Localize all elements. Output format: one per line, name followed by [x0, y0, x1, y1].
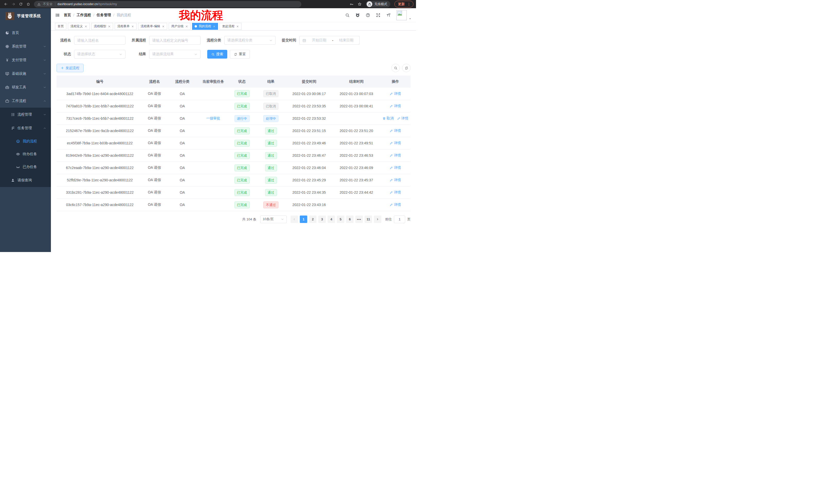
breadcrumb-task-mgmt[interactable]: 任务管理 — [97, 13, 111, 18]
table-row: 2152467e-7b9b-11ec-9a1b-acde48001122OA 请… — [57, 124, 411, 137]
tab-close-icon[interactable] — [85, 25, 87, 28]
result-badge: 通过 — [265, 164, 277, 171]
sidebar-item-done-tasks[interactable]: 已办任务 — [0, 161, 51, 173]
submit-time-range-picker[interactable]: 开始日期 - 结束日期 — [299, 36, 360, 45]
page-size-select[interactable]: 10条/页 — [260, 216, 287, 223]
browser-menu-dots-icon[interactable] — [407, 2, 411, 6]
tab-process-form-edit[interactable]: 流程表单-编辑 — [138, 23, 167, 30]
sidebar-fold-icon[interactable] — [55, 13, 60, 18]
tab-home[interactable]: 首页 — [55, 23, 66, 30]
github-icon[interactable] — [355, 13, 360, 18]
status-select-placeholder: 请选择状态 — [77, 52, 119, 57]
process-name-input[interactable] — [77, 38, 122, 43]
tab-process-definition[interactable]: 流程定义 — [68, 23, 90, 30]
bookmark-star-icon[interactable] — [358, 2, 362, 6]
submit-time-cell: 2022-01-22 23:43:16 — [286, 199, 333, 211]
page-button-5[interactable]: 5 — [337, 216, 344, 223]
toggle-search-button[interactable] — [391, 64, 400, 72]
detail-action-link[interactable]: 详情 — [390, 141, 401, 145]
tab-close-icon[interactable] — [213, 25, 215, 28]
font-size-icon[interactable] — [386, 13, 391, 18]
detail-action-link[interactable]: 详情 — [390, 202, 401, 207]
tab-close-icon[interactable] — [108, 25, 110, 28]
cancel-action-link[interactable]: 取消 — [383, 116, 394, 121]
goto-page-input[interactable] — [394, 216, 405, 223]
end-time-cell: 2022-01-22 23:49:51 — [333, 137, 380, 149]
app-logo-row[interactable]: 芋道管理系统 — [0, 8, 51, 20]
edit-icon — [390, 92, 393, 95]
sidebar-item-devtools[interactable]: 研发工具 — [0, 80, 51, 94]
result-select[interactable]: 请选择流结果 — [149, 50, 201, 59]
parent-process-input[interactable] — [152, 38, 198, 43]
browser-forward-icon[interactable] — [10, 1, 17, 7]
sidebar-item-payment[interactable]: 支付管理 — [0, 53, 51, 67]
address-divider — [55, 2, 55, 6]
tab-process-form[interactable]: 流程表单 — [115, 23, 136, 30]
sidebar-item-my-process[interactable]: 我的流程 — [0, 135, 51, 148]
sidebar-item-task-mgmt[interactable]: 任务管理 — [0, 121, 51, 135]
page-button-3[interactable]: 3 — [318, 216, 326, 223]
sidebar-item-todo-tasks[interactable]: 待办任务 — [0, 148, 51, 161]
start-process-button[interactable]: 发起流程 — [57, 64, 83, 72]
tab-close-icon[interactable] — [131, 25, 134, 28]
close-icon — [108, 25, 110, 28]
help-icon[interactable] — [366, 13, 370, 18]
browser-reload-icon[interactable] — [18, 1, 24, 7]
address-bar[interactable]: 不安全 dashboard.yudao.iocoder.cn/bpm/task/… — [34, 1, 301, 7]
breadcrumb-workflow[interactable]: 工作流程 — [77, 13, 91, 18]
reset-button[interactable]: 重置 — [230, 50, 250, 59]
process-name-cell: OA 请假 — [143, 149, 165, 162]
sidebar-item-infra[interactable]: 基础设施 — [0, 67, 51, 80]
search-button[interactable]: 搜索 — [207, 50, 227, 59]
refresh-table-button[interactable] — [402, 64, 411, 72]
prev-page-button[interactable] — [290, 216, 298, 223]
sidebar-item-process-mgmt[interactable]: 流程管理 — [0, 108, 51, 121]
browser-home-icon[interactable] — [25, 1, 31, 7]
avatar[interactable] — [396, 10, 407, 20]
tab-start-process[interactable]: 发起流程 — [219, 23, 241, 30]
detail-action-link[interactable]: 详情 — [390, 190, 401, 195]
tab-user-group[interactable]: 用户分组 — [169, 23, 190, 30]
header-search-icon[interactable] — [345, 13, 350, 18]
column-header: 流程名 — [143, 76, 165, 88]
tab-close-icon[interactable] — [236, 25, 239, 28]
sidebar-item-label: 首页 — [12, 31, 19, 35]
detail-action-link[interactable]: 详情 — [390, 178, 401, 183]
result-cell: 已取消 — [256, 88, 285, 100]
browser-update-button[interactable]: 更新 — [394, 1, 413, 7]
tab-close-icon[interactable] — [185, 25, 188, 28]
sidebar-item-system[interactable]: 系统管理 — [0, 39, 51, 53]
goto-label: 前往 — [385, 217, 392, 222]
detail-action-link[interactable]: 详情 — [397, 116, 408, 121]
page-button-4[interactable]: 4 — [328, 216, 335, 223]
submit-time-cell: 2022-01-22 23:46:47 — [286, 149, 333, 162]
page-button-2[interactable]: 2 — [309, 216, 316, 223]
tab-my-process[interactable]: 我的流程 — [192, 23, 218, 30]
next-page-button[interactable] — [374, 216, 381, 223]
end-time-cell: 2022-01-23 00:07:03 — [333, 88, 380, 100]
category-select[interactable]: 请选择流程分类 — [224, 36, 276, 45]
detail-action-link[interactable]: 详情 — [390, 129, 401, 133]
browser-back-icon[interactable] — [3, 1, 9, 7]
detail-action-link[interactable]: 详情 — [390, 104, 401, 108]
more-pages-button[interactable]: ••• — [355, 216, 363, 223]
sidebar-item-workflow[interactable]: 工作流程 — [0, 94, 51, 108]
actions-cell: 详情 — [380, 186, 411, 199]
page-button-6[interactable]: 6 — [346, 216, 354, 223]
breadcrumb-home[interactable]: 首页 — [64, 13, 71, 18]
key-icon[interactable] — [350, 2, 354, 6]
detail-action-link[interactable]: 详情 — [390, 165, 401, 170]
tab-process-model[interactable]: 流程模型 — [91, 23, 113, 30]
detail-action-link[interactable]: 详情 — [390, 153, 401, 158]
status-select[interactable]: 请选择状态 — [74, 50, 126, 59]
current-task-link[interactable]: 一级审批 — [206, 116, 220, 121]
sidebar-item-leave-query[interactable]: 请假查询 — [0, 173, 51, 187]
detail-action-link[interactable]: 详情 — [390, 91, 401, 96]
page-button-1[interactable]: 1 — [300, 216, 307, 223]
current-task-cell — [199, 149, 228, 162]
sidebar-item-home[interactable]: 首页 — [0, 26, 51, 39]
tab-close-icon[interactable] — [162, 25, 164, 28]
avatar-caret-down-icon[interactable] — [409, 17, 412, 20]
page-button-11[interactable]: 11 — [365, 216, 372, 223]
fullscreen-icon[interactable] — [376, 13, 381, 18]
